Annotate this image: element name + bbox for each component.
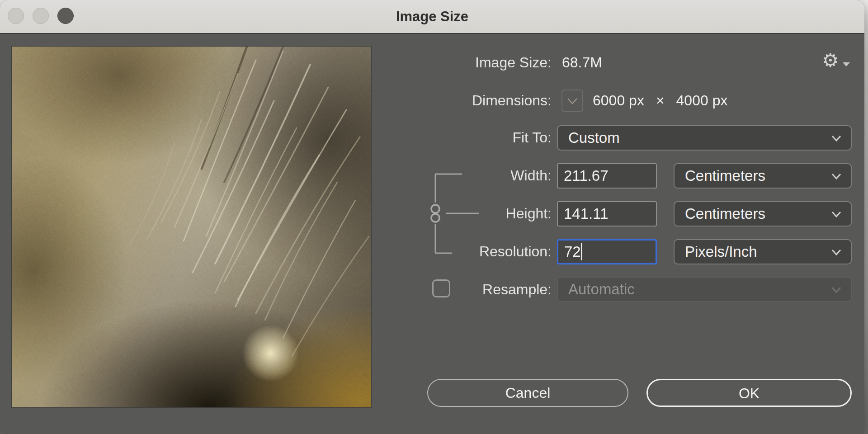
width-unit-value: Centimeters bbox=[685, 167, 765, 184]
image-size-dialog: Image Size bbox=[0, 0, 864, 434]
resolution-label: Resolution: bbox=[479, 242, 552, 260]
chevron-down-icon bbox=[831, 172, 842, 181]
cancel-button[interactable]: Cancel bbox=[427, 379, 628, 407]
settings-menu[interactable]: ⚙ bbox=[822, 49, 854, 73]
dimensions-times: × bbox=[656, 92, 665, 108]
height-unit-value: Centimeters bbox=[685, 205, 765, 222]
fit-to-label: Fit To: bbox=[512, 128, 552, 146]
image-preview[interactable] bbox=[11, 46, 372, 408]
chevron-down-icon bbox=[831, 285, 842, 294]
chevron-down-icon bbox=[843, 62, 850, 66]
width-unit-dropdown[interactable]: Centimeters bbox=[674, 163, 852, 189]
image-size-label: Image Size: bbox=[475, 53, 552, 71]
dialog-title: Image Size bbox=[0, 0, 864, 33]
resolution-unit-value: Pixels/Inch bbox=[685, 243, 757, 260]
dimensions-toggle[interactable] bbox=[561, 90, 583, 112]
dimensions-value: 6000 px×4000 px bbox=[593, 91, 727, 109]
resolution-input[interactable] bbox=[557, 239, 657, 264]
chevron-down-icon bbox=[831, 248, 842, 257]
image-size-value: 68.7M bbox=[562, 53, 602, 71]
height-unit-dropdown[interactable]: Centimeters bbox=[674, 201, 852, 226]
resample-checkbox[interactable] bbox=[432, 279, 450, 297]
fit-to-value: Custom bbox=[568, 129, 620, 146]
chevron-down-icon bbox=[562, 90, 582, 111]
width-label: Width: bbox=[510, 166, 552, 184]
resolution-unit-dropdown[interactable]: Pixels/Inch bbox=[674, 239, 852, 264]
fur-texture-overlay bbox=[12, 47, 371, 407]
gear-icon: ⚙ bbox=[822, 50, 839, 71]
text-caret bbox=[581, 243, 582, 260]
height-input[interactable] bbox=[557, 201, 657, 226]
resample-label: Resample: bbox=[482, 280, 552, 298]
resample-value: Automatic bbox=[568, 281, 635, 297]
chevron-down-icon bbox=[831, 134, 842, 143]
titlebar[interactable]: Image Size bbox=[0, 0, 864, 34]
width-input[interactable] bbox=[557, 163, 657, 189]
height-label: Height: bbox=[506, 204, 552, 222]
ok-button[interactable]: OK bbox=[646, 379, 852, 407]
resample-dropdown: Automatic bbox=[557, 277, 852, 302]
dimensions-height: 4000 px bbox=[676, 92, 728, 108]
dimensions-width: 6000 px bbox=[593, 92, 644, 108]
link-icon[interactable] bbox=[425, 167, 448, 262]
chevron-down-icon bbox=[831, 210, 842, 219]
fit-to-dropdown[interactable]: Custom bbox=[557, 125, 852, 151]
dimensions-label: Dimensions: bbox=[472, 91, 552, 109]
